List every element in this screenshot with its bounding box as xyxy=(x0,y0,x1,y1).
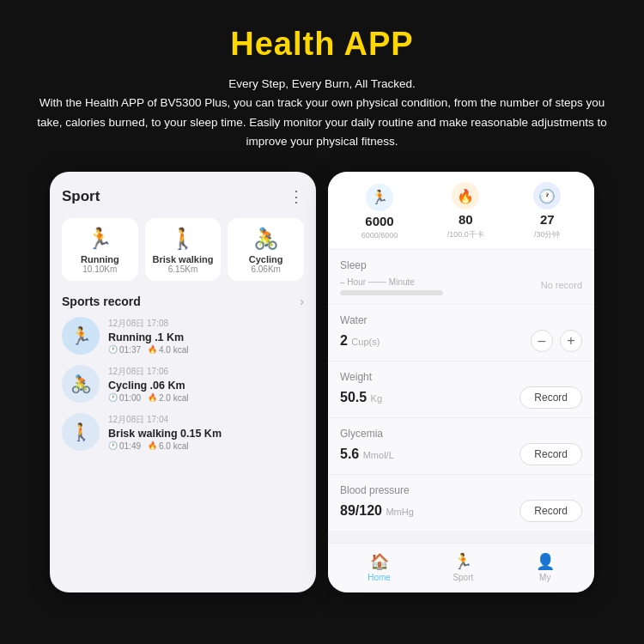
health-items-list: Sleep – Hour ─── Minute No record Water xyxy=(328,250,594,543)
record-name-1: Running .1 Km xyxy=(108,331,304,343)
water-unit: Cup(s) xyxy=(351,337,380,347)
time-icon: 🕐 xyxy=(533,182,561,210)
blood-pressure-unit: MmHg xyxy=(386,507,413,517)
water-value: 2 Cup(s) xyxy=(340,333,380,349)
cycling-dist: 6.06Km xyxy=(233,264,299,274)
record-stats-1: 🕐 01:37 🔥 4.0 kcal xyxy=(108,345,304,355)
sport-card-running[interactable]: 🏃 Running 10.10Km xyxy=(62,218,138,281)
sport-card-walking[interactable]: 🚶 Brisk walking 6.15Km xyxy=(145,218,222,281)
glycemia-label: Glycemia xyxy=(340,428,582,440)
time-sub: /30分钟 xyxy=(534,229,561,240)
record-info-cycling: 12月08日 17:06 Cycling .06 Km 🕐 01:00 🔥 2.… xyxy=(108,366,304,403)
glycemia-value: 5.6 Mmol/L xyxy=(340,447,394,462)
record-item-walking: 🚶 12月08日 17:04 Brisk walking 0.15 Km 🕐 0… xyxy=(62,413,304,451)
phones-row: Sport ⋮ 🏃 Running 10.10Km 🚶 Brisk walkin… xyxy=(26,172,618,592)
blood-pressure-row: 89/120 MmHg Record xyxy=(340,500,582,522)
health-item-glycemia: Glycemia 5.6 Mmol/L Record xyxy=(328,418,594,475)
walking-dist: 6.15Km xyxy=(150,264,216,274)
calories-stat: 🔥 80 /100.0千卡 xyxy=(447,182,484,240)
health-item-water: Water 2 Cup(s) – + xyxy=(328,305,594,361)
time-icon-1: 🕐 xyxy=(108,345,118,354)
record-date-2: 12月08日 17:06 xyxy=(108,366,304,378)
record-date-1: 12月08日 17:08 xyxy=(108,318,304,330)
fire-icon-1: 🔥 xyxy=(148,345,157,354)
time-icon-3: 🕐 xyxy=(108,441,118,450)
blood-pressure-record-button[interactable]: Record xyxy=(519,500,582,522)
fire-icon-2: 🔥 xyxy=(148,393,157,402)
running-label: Running xyxy=(67,254,133,264)
weight-unit: Kg xyxy=(371,393,382,404)
record-kcal-2: 🔥 2.0 kcal xyxy=(148,393,188,403)
glycemia-row: 5.6 Mmol/L Record xyxy=(340,443,582,465)
sport-nav-icon: 🏃 xyxy=(453,552,472,571)
water-row: 2 Cup(s) – + xyxy=(340,330,582,352)
weight-record-button[interactable]: Record xyxy=(519,386,582,409)
cycling-label: Cycling xyxy=(233,254,299,264)
sports-record-header: Sports record › xyxy=(62,295,304,308)
time-stat: 🕐 27 /30分钟 xyxy=(533,182,561,240)
sleep-no-record: No record xyxy=(541,280,582,290)
sport-header-title: Sport xyxy=(62,188,100,205)
walking-label: Brisk walking xyxy=(150,254,216,264)
steps-icon: 🏃 xyxy=(366,184,393,211)
record-avatar-cycling: 🚴 xyxy=(62,365,100,403)
glycemia-record-button[interactable]: Record xyxy=(519,443,582,465)
nav-my[interactable]: 👤 My xyxy=(536,552,555,582)
right-phone: 🏃 6000 6000/6000 🔥 80 /100.0千卡 🕐 27 /30分… xyxy=(328,172,594,592)
record-avatar-walking: 🚶 xyxy=(62,413,100,451)
sport-card-cycling[interactable]: 🚴 Cycling 6.06Km xyxy=(228,218,304,281)
blood-pressure-value: 89/120 MmHg xyxy=(340,503,414,519)
left-phone: Sport ⋮ 🏃 Running 10.10Km 🚶 Brisk walkin… xyxy=(50,172,316,592)
home-icon: 🏠 xyxy=(370,552,389,571)
sports-record-label: Sports record xyxy=(62,295,141,308)
record-item-running: 🏃 12月08日 17:08 Running .1 Km 🕐 01:37 🔥 4… xyxy=(62,317,304,355)
calories-value: 80 xyxy=(459,212,473,227)
steps-value: 6000 xyxy=(365,214,393,228)
page-description: Every Step, Every Burn, All Tracked. Wit… xyxy=(26,75,618,151)
record-stats-2: 🕐 01:00 🔥 2.0 kcal xyxy=(108,393,304,403)
glycemia-unit: Mmol/L xyxy=(363,450,394,460)
my-icon: 👤 xyxy=(536,552,555,571)
sleep-label: Sleep xyxy=(340,259,582,271)
walking-icon: 🚶 xyxy=(150,227,216,251)
health-item-blood-pressure: Blood pressure 89/120 MmHg Record xyxy=(328,475,594,531)
weight-row: 50.5 Kg Record xyxy=(340,386,582,409)
running-dist: 10.10Km xyxy=(67,264,133,274)
record-time-1: 🕐 01:37 xyxy=(108,345,141,355)
chevron-right-icon[interactable]: › xyxy=(300,295,304,308)
nav-home-label: Home xyxy=(368,573,391,582)
record-name-2: Cycling .06 Km xyxy=(108,380,304,392)
water-increase-button[interactable]: + xyxy=(560,330,582,352)
steps-stat: 🏃 6000 6000/6000 xyxy=(361,184,398,240)
nav-sport-label: Sport xyxy=(453,573,473,582)
record-kcal-3: 🔥 6.0 kcal xyxy=(148,441,188,451)
water-label: Water xyxy=(340,314,582,326)
fire-icon-3: 🔥 xyxy=(148,441,157,450)
nav-sport[interactable]: 🏃 Sport xyxy=(453,552,473,582)
sport-icons-row: 🏃 Running 10.10Km 🚶 Brisk walking 6.15Km… xyxy=(62,218,304,281)
record-item-cycling: 🚴 12月08日 17:06 Cycling .06 Km 🕐 01:00 🔥 … xyxy=(62,365,304,403)
sleep-detail: – Hour ─── Minute xyxy=(340,275,443,295)
record-name-3: Brisk walking 0.15 Km xyxy=(108,428,304,440)
steps-sub: 6000/6000 xyxy=(361,231,398,240)
menu-dots-icon[interactable]: ⋮ xyxy=(289,187,304,206)
phone-left-header: Sport ⋮ xyxy=(62,187,304,206)
record-time-3: 🕐 01:49 xyxy=(108,441,141,451)
running-icon: 🏃 xyxy=(67,227,133,251)
top-stats-bar: 🏃 6000 6000/6000 🔥 80 /100.0千卡 🕐 27 /30分… xyxy=(328,172,594,250)
sleep-hour-minute: – Hour ─── Minute xyxy=(340,277,443,287)
water-controls: – + xyxy=(531,330,582,352)
page-title: Health APP xyxy=(26,26,618,63)
calories-icon: 🔥 xyxy=(452,182,479,210)
cycling-icon: 🚴 xyxy=(233,227,299,251)
weight-value: 50.5 Kg xyxy=(340,390,382,405)
blood-pressure-label: Blood pressure xyxy=(340,484,582,496)
sleep-row: – Hour ─── Minute No record xyxy=(340,275,582,295)
time-icon-2: 🕐 xyxy=(108,393,118,402)
nav-my-label: My xyxy=(539,573,550,582)
record-date-3: 12月08日 17:04 xyxy=(108,414,304,426)
water-decrease-button[interactable]: – xyxy=(531,330,553,352)
bottom-nav: 🏠 Home 🏃 Sport 👤 My xyxy=(328,543,594,592)
health-item-weight: Weight 50.5 Kg Record xyxy=(328,361,594,418)
nav-home[interactable]: 🏠 Home xyxy=(368,552,391,582)
